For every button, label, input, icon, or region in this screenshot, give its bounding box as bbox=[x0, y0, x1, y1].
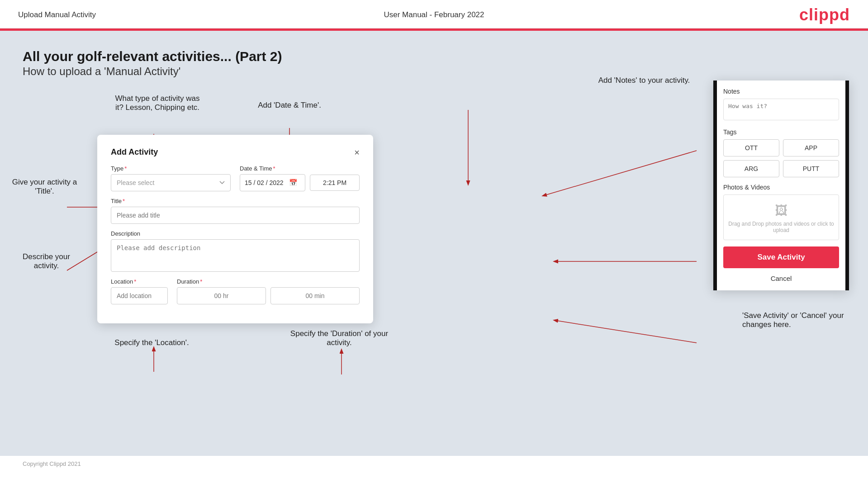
title-input[interactable] bbox=[111, 207, 360, 224]
notes-input[interactable] bbox=[723, 99, 839, 120]
header-center: User Manual - February 2022 bbox=[384, 10, 484, 19]
description-label: Description bbox=[111, 230, 360, 237]
annotation-give-title: Give your activity a 'Title'. bbox=[12, 178, 77, 196]
dialog-close-button[interactable]: × bbox=[354, 148, 360, 157]
annotation-save: 'Save Activity' or 'Cancel' your changes… bbox=[742, 311, 851, 329]
time-input[interactable]: 2:21 PM bbox=[310, 175, 360, 191]
location-required: * bbox=[134, 278, 136, 285]
annotation-notes: Add 'Notes' to your activity. bbox=[597, 76, 692, 85]
form-group-location: Location* bbox=[111, 278, 168, 304]
location-label: Location* bbox=[111, 278, 168, 285]
annotation-what-type: What type of activity was it? Lesson, Ch… bbox=[112, 94, 203, 112]
annotation-describe: Describe your activity. bbox=[14, 252, 79, 270]
calendar-icon: 📅 bbox=[289, 179, 298, 187]
title-label: Title* bbox=[111, 198, 360, 204]
title-required: * bbox=[123, 198, 125, 204]
duration-row bbox=[177, 287, 360, 304]
tag-putt[interactable]: PUTT bbox=[783, 160, 839, 177]
form-group-duration: Duration* bbox=[177, 278, 360, 304]
location-input[interactable] bbox=[111, 287, 168, 304]
tag-ott[interactable]: OTT bbox=[723, 139, 779, 156]
phone-panel: Notes Tags OTT APP ARG PUTT Photos & Vid… bbox=[713, 81, 849, 290]
duration-required: * bbox=[200, 278, 202, 285]
page-title-main: All your golf-relevant activities... (Pa… bbox=[23, 49, 845, 64]
cancel-button[interactable]: Cancel bbox=[723, 273, 839, 284]
dialog-header: Add Activity × bbox=[111, 147, 360, 157]
form-group-description: Description bbox=[111, 230, 360, 272]
form-row-location-duration: Location* Duration* bbox=[111, 278, 360, 304]
form-row-type-datetime: Type* Please select Date & Time* 15 / 02… bbox=[111, 165, 360, 191]
type-label: Type* bbox=[111, 165, 231, 172]
duration-hr-input[interactable] bbox=[177, 287, 266, 304]
header-left: Upload Manual Activity bbox=[18, 10, 96, 19]
annotation-duration: Specify the 'Duration' of your activity. bbox=[289, 329, 389, 347]
svg-line-11 bbox=[554, 320, 697, 343]
add-activity-dialog: Add Activity × Type* Please select Date … bbox=[97, 135, 373, 323]
tag-arg[interactable]: ARG bbox=[723, 160, 779, 177]
tags-grid: OTT APP ARG PUTT bbox=[723, 139, 839, 177]
save-activity-button[interactable]: Save Activity bbox=[723, 246, 839, 268]
page-title-sub: How to upload a 'Manual Activity' bbox=[23, 65, 845, 78]
page-title-block: All your golf-relevant activities... (Pa… bbox=[23, 49, 845, 78]
svg-line-9 bbox=[543, 151, 697, 196]
dialog-title: Add Activity bbox=[111, 147, 158, 157]
form-row-description: Description bbox=[111, 230, 360, 272]
photo-icon: 🖼 bbox=[728, 203, 834, 218]
top-bar: Upload Manual Activity User Manual - Feb… bbox=[0, 0, 868, 28]
footer: Copyright Clippd 2021 bbox=[0, 456, 868, 472]
description-input[interactable] bbox=[111, 239, 360, 272]
form-group-datetime: Date & Time* 15 / 02 / 2022 📅 2:21 PM bbox=[240, 165, 360, 191]
logo: clippd bbox=[799, 5, 850, 24]
type-select[interactable]: Please select bbox=[111, 174, 231, 191]
form-group-type: Type* Please select bbox=[111, 165, 231, 191]
duration-label: Duration* bbox=[177, 278, 360, 285]
datetime-label: Date & Time* bbox=[240, 165, 360, 172]
photos-label: Photos & Videos bbox=[723, 184, 839, 191]
form-group-title: Title* bbox=[111, 198, 360, 224]
phone-panel-inner: Notes Tags OTT APP ARG PUTT Photos & Vid… bbox=[717, 81, 845, 290]
date-time-row: 15 / 02 / 2022 📅 2:21 PM bbox=[240, 174, 360, 191]
main-content: All your golf-relevant activities... (Pa… bbox=[0, 31, 868, 456]
form-row-title: Title* bbox=[111, 198, 360, 224]
annotation-date-time: Add 'Date & Time'. bbox=[251, 101, 328, 110]
tag-app[interactable]: APP bbox=[783, 139, 839, 156]
tags-label: Tags bbox=[723, 128, 839, 136]
duration-min-input[interactable] bbox=[270, 287, 360, 304]
type-required: * bbox=[124, 165, 127, 172]
date-input[interactable]: 15 / 02 / 2022 📅 bbox=[240, 174, 305, 191]
photo-drop-zone[interactable]: 🖼 Drag and Drop photos and videos or cli… bbox=[723, 194, 839, 240]
copyright: Copyright Clippd 2021 bbox=[23, 460, 81, 467]
datetime-required: * bbox=[273, 165, 275, 172]
annotation-location: Specify the 'Location'. bbox=[112, 338, 191, 347]
photo-drop-text: Drag and Drop photos and videos or click… bbox=[728, 221, 834, 233]
notes-label: Notes bbox=[723, 88, 839, 95]
